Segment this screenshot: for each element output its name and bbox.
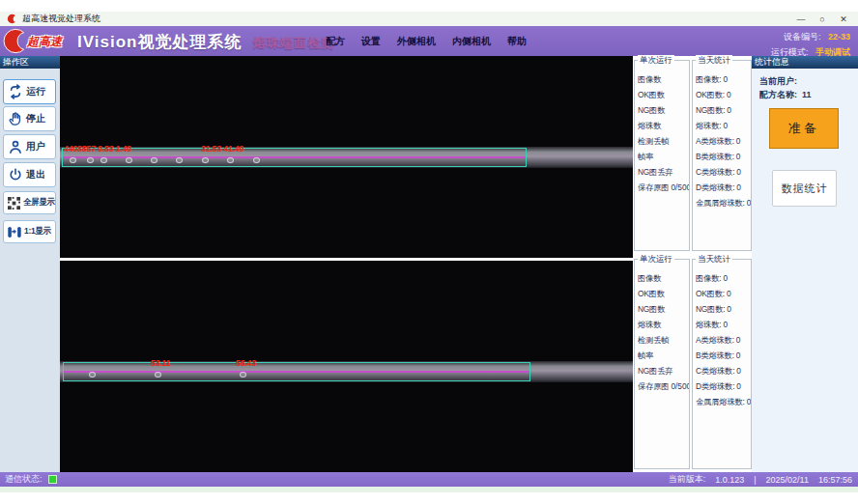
statusbar-time: 16:57:56 bbox=[818, 475, 852, 485]
bead-marker bbox=[70, 157, 76, 163]
menu-inner-camera[interactable]: 内侧相机 bbox=[452, 35, 491, 48]
fullscreen-grid-icon bbox=[8, 197, 20, 210]
app-title: IVision视觉处理系统 bbox=[77, 31, 242, 53]
data-statistics-button[interactable]: 数据统计 bbox=[772, 170, 837, 207]
stat-label: 检测丢帧 bbox=[638, 335, 669, 345]
exit-button-label: 退出 bbox=[26, 168, 45, 182]
info-panel-title: 统计信息 bbox=[752, 56, 858, 69]
stat-value: 0 bbox=[736, 335, 741, 345]
stat-label: 熔珠数 bbox=[638, 320, 661, 329]
stat-row: NG图丢弃 bbox=[638, 361, 689, 377]
user-button[interactable]: 用户 bbox=[3, 134, 56, 159]
titlebar: 超高速视觉处理系统 — ○ ✕ bbox=[0, 12, 858, 26]
window-controls: — ○ ✕ bbox=[790, 12, 854, 26]
stat-label: 帧率 bbox=[638, 152, 653, 161]
recipe-name-value: 11 bbox=[802, 90, 812, 99]
fullscreen-button-label: 全屏显示 bbox=[23, 197, 55, 209]
maximize-button[interactable]: ○ bbox=[812, 12, 833, 26]
groupbox-title: 当天统计 bbox=[696, 254, 732, 266]
stat-row: A类熔珠数:0 bbox=[696, 131, 751, 147]
today-stats-outer: 当天统计 图像数:0 OK图数:0 NG图数:0 熔珠数:0 bbox=[692, 60, 752, 251]
stat-label: OK图数 bbox=[638, 289, 665, 298]
app-window: 超高速视觉处理系统 — ○ ✕ 超高速 IVision视觉处理系统 熔珠端面检测… bbox=[0, 0, 858, 504]
single-run-stats-inner: 单次运行 图像数 OK图数 NG图数 熔珠数 检 bbox=[634, 259, 690, 469]
stat-label: 检测丢帧 bbox=[638, 136, 669, 146]
bead-marker bbox=[240, 372, 246, 378]
run-button-label: 运行 bbox=[26, 85, 45, 98]
header: 超高速 IVision视觉处理系统 熔珠端面检测 配方 设置 外侧相机 内侧相机… bbox=[0, 26, 858, 56]
stat-row: 图像数:0 bbox=[696, 268, 751, 284]
menu-help[interactable]: 帮助 bbox=[507, 35, 527, 48]
stat-row: 帧率 bbox=[638, 147, 689, 162]
stat-label: OK图数: bbox=[696, 90, 725, 99]
bead-marker bbox=[100, 157, 107, 163]
one-to-one-icon bbox=[8, 226, 21, 238]
camera-view-outer: 4408857 9.83 1.49 31.53 41.49 bbox=[60, 56, 633, 258]
groupbox-title: 当天统计 bbox=[696, 55, 732, 67]
stat-value: 0 bbox=[723, 273, 728, 283]
stat-value: 0 bbox=[736, 350, 741, 360]
stat-label: OK图数 bbox=[638, 90, 665, 99]
stat-row: OK图数:0 bbox=[696, 284, 751, 299]
stat-row: 金属屑熔珠数:0 bbox=[696, 193, 751, 209]
one-to-one-button[interactable]: 1:1显示 bbox=[3, 220, 56, 243]
stat-row: B类熔珠数:0 bbox=[696, 346, 751, 361]
stat-label: 图像数: bbox=[696, 74, 721, 84]
info-panel: 统计信息 当前用户: 配方名称:11 准备 数据统计 bbox=[752, 56, 858, 472]
stat-label: D类熔珠数: bbox=[696, 182, 734, 192]
stat-value: 0 bbox=[727, 90, 731, 99]
stat-label: B类熔珠数: bbox=[696, 350, 734, 360]
user-button-label: 用户 bbox=[26, 140, 45, 154]
single-run-stats-outer: 单次运行 图像数 OK图数 NG图数 熔珠数 检 bbox=[634, 60, 690, 251]
current-user-row: 当前用户: bbox=[759, 75, 802, 88]
run-button[interactable]: 运行 bbox=[3, 79, 56, 104]
menu-recipe[interactable]: 配方 bbox=[326, 35, 345, 48]
exit-button[interactable]: 退出 bbox=[3, 162, 56, 187]
stat-value: 0 bbox=[736, 136, 741, 146]
stat-label: 金属屑熔珠数: bbox=[696, 397, 745, 406]
prepare-button[interactable]: 准备 bbox=[769, 108, 839, 149]
stat-row: 熔珠数 bbox=[638, 116, 689, 131]
stop-button-label: 停止 bbox=[26, 112, 45, 126]
stat-label: NG图数 bbox=[638, 304, 665, 314]
recipe-name-label: 配方名称: bbox=[759, 90, 797, 99]
stat-value: 0 bbox=[736, 152, 741, 161]
stat-label: A类熔珠数: bbox=[696, 136, 734, 146]
stat-label: 熔珠数: bbox=[696, 121, 721, 130]
stat-row: C类熔珠数:0 bbox=[696, 361, 751, 377]
stat-value: 0 bbox=[723, 74, 728, 84]
laser-line bbox=[64, 371, 529, 373]
stat-label: 图像数: bbox=[696, 273, 721, 283]
brand-name: 超高速 bbox=[27, 34, 62, 50]
stop-button[interactable]: 停止 bbox=[3, 106, 56, 131]
stat-label: NG图数: bbox=[696, 105, 725, 115]
menu-outer-camera[interactable]: 外侧相机 bbox=[397, 35, 436, 48]
stat-row: NG图丢弃 bbox=[638, 162, 689, 178]
minimize-button[interactable]: — bbox=[790, 12, 812, 26]
stat-row: OK图数 bbox=[638, 85, 689, 100]
stat-value: 0 bbox=[727, 289, 731, 298]
stat-value: 0/500 bbox=[671, 182, 689, 192]
window-title: 超高速视觉处理系统 bbox=[22, 13, 100, 25]
stat-label: 保存原图 bbox=[638, 182, 669, 192]
stat-label: 帧率 bbox=[638, 350, 653, 360]
menu-settings[interactable]: 设置 bbox=[361, 35, 381, 48]
sidebar-title: 操作区 bbox=[0, 56, 60, 69]
hand-stop-icon bbox=[8, 111, 23, 126]
stat-row: 熔珠数 bbox=[638, 315, 689, 330]
bead-marker bbox=[126, 157, 132, 163]
stat-row: OK图数 bbox=[638, 284, 689, 299]
stat-label: NG图数: bbox=[696, 304, 725, 314]
bead-marker bbox=[87, 157, 94, 163]
stat-label: 图像数 bbox=[638, 74, 661, 84]
close-button[interactable]: ✕ bbox=[833, 12, 854, 26]
bead-marker bbox=[89, 372, 96, 378]
stat-label: 熔珠数: bbox=[696, 320, 721, 329]
stat-row: 熔珠数:0 bbox=[696, 116, 751, 131]
stat-value: 0 bbox=[727, 105, 731, 115]
statusbar: 通信状态: 当前版本: 1.0.123 | 2025/02/11 16:57:5… bbox=[0, 472, 858, 487]
app-logo-icon bbox=[7, 14, 17, 24]
groupbox-title: 单次运行 bbox=[638, 55, 674, 67]
fullscreen-button[interactable]: 全屏显示 bbox=[3, 191, 56, 214]
device-number-value: 22-33 bbox=[828, 32, 850, 42]
